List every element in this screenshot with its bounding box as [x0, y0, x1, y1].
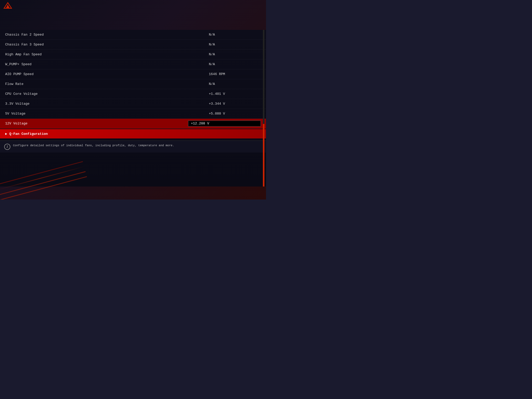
row-cpu-voltage-label: CPU Core Voltage: [5, 92, 209, 96]
background-lines: [0, 132, 104, 184]
monitor-table: Chassis Fan 2 Speed N/A Chassis Fan 3 Sp…: [0, 30, 266, 129]
row-aio-pump-label: AIO PUMP Speed: [5, 72, 209, 76]
row-flow-rate-value: N/A: [209, 82, 261, 86]
row-3v3-voltage[interactable]: 3.3V Voltage +3.344 V: [0, 99, 266, 109]
row-3v3-voltage-label: 3.3V Voltage: [5, 102, 209, 106]
row-chassis-fan2-label: Chassis Fan 2 Speed: [5, 33, 209, 37]
row-5v-voltage-label: 5V Voltage: [5, 112, 209, 116]
row-aio-pump[interactable]: AIO PUMP Speed 1646 RPM: [0, 69, 266, 79]
row-cpu-voltage-value: +1.401 V: [209, 92, 261, 96]
bios-utility: UEFI BIOS Utility – Advanced Mode 04/20/…: [0, 0, 266, 200]
rog-logo: [3, 2, 12, 9]
row-chassis-fan2[interactable]: Chassis Fan 2 Speed N/A: [0, 30, 266, 40]
row-chassis-fan3[interactable]: Chassis Fan 3 Speed N/A: [0, 40, 266, 50]
row-wpump[interactable]: W_PUMP+ Speed N/A: [0, 59, 266, 69]
row-wpump-label: W_PUMP+ Speed: [5, 62, 209, 66]
row-12v-voltage[interactable]: 12V Voltage +12.208 V: [0, 119, 266, 129]
row-chassis-fan3-label: Chassis Fan 3 Speed: [5, 43, 209, 46]
row-high-amp-fan-value: N/A: [209, 52, 261, 56]
row-wpump-value: N/A: [209, 62, 261, 66]
row-cpu-voltage[interactable]: CPU Core Voltage +1.401 V: [0, 89, 266, 99]
row-12v-voltage-value: +12.208 V: [188, 121, 261, 127]
scroll-thumb: [263, 124, 264, 187]
row-high-amp-fan-label: High Amp Fan Speed: [5, 52, 209, 56]
row-high-amp-fan[interactable]: High Amp Fan Speed N/A: [0, 50, 266, 59]
row-aio-pump-value: 1646 RPM: [209, 72, 261, 76]
row-5v-voltage[interactable]: 5V Voltage +5.080 V: [0, 109, 266, 119]
row-5v-voltage-value: +5.080 V: [209, 112, 261, 116]
row-chassis-fan2-value: N/A: [209, 33, 261, 37]
row-3v3-voltage-value: +3.344 V: [209, 102, 261, 106]
row-flow-rate[interactable]: Flow Rate N/A: [0, 79, 266, 89]
row-chassis-fan3-value: N/A: [209, 43, 261, 46]
row-flow-rate-label: Flow Rate: [5, 82, 209, 86]
scroll-indicator[interactable]: [263, 30, 264, 187]
row-12v-voltage-label: 12V Voltage: [5, 122, 188, 125]
